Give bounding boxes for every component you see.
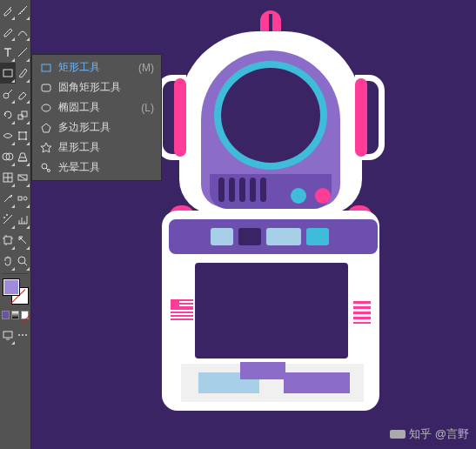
chest-seg-1	[211, 228, 233, 245]
svg-point-14	[23, 197, 27, 200]
visor-vents	[218, 178, 266, 202]
hand-tool[interactable]	[0, 251, 16, 271]
svg-point-21	[22, 334, 23, 336]
flyout-label: 星形工具	[58, 140, 149, 155]
rectangle-tool[interactable]	[0, 63, 16, 84]
belt-block-3	[284, 372, 350, 393]
color-mode-none[interactable]	[21, 311, 29, 319]
star-icon	[39, 142, 53, 154]
svg-point-15	[3, 217, 5, 218]
roundrect-icon	[39, 82, 53, 94]
shape-builder-tool[interactable]	[0, 146, 16, 167]
svg-rect-23	[42, 64, 50, 71]
slice-tool[interactable]	[16, 230, 31, 251]
rotate-tool[interactable]	[0, 104, 16, 125]
flare-icon	[39, 162, 53, 174]
eyedropper-tool[interactable]	[0, 0, 16, 21]
flyout-item-star[interactable]: 星形工具	[32, 137, 161, 157]
artboard-tool[interactable]	[0, 230, 16, 251]
flyout-label: 圆角矩形工具	[58, 80, 149, 95]
mesh-tool[interactable]	[0, 167, 16, 188]
svg-point-7	[18, 138, 20, 140]
rect-icon	[39, 62, 53, 74]
paintbrush-tool[interactable]	[16, 63, 31, 84]
pencil-tool[interactable]	[0, 21, 16, 42]
flyout-item-ellipse[interactable]: 椭圆工具 (L)	[32, 97, 161, 117]
ellipse-icon	[39, 102, 53, 114]
panel-led-blue	[291, 188, 306, 204]
svg-point-6	[25, 131, 27, 133]
stripe-patch	[353, 301, 371, 324]
watermark-brand: 知乎	[409, 426, 432, 442]
chest-seg-2	[238, 228, 261, 245]
gradient-tool[interactable]	[16, 167, 31, 188]
helmet-hinge-right	[355, 78, 367, 157]
svg-rect-19	[3, 332, 12, 338]
flyout-label: 椭圆工具	[58, 100, 136, 115]
flyout-shortcut: (M)	[138, 62, 154, 74]
scale-tool[interactable]	[16, 104, 31, 125]
helmet-hinge-left	[174, 78, 186, 157]
blob-brush-tool[interactable]	[0, 84, 16, 104]
flag-patch	[171, 299, 193, 322]
flyout-item-rectangle[interactable]: 矩形工具 (M)	[32, 57, 161, 77]
blend-tool[interactable]	[16, 188, 31, 209]
flyout-label: 矩形工具	[58, 60, 133, 75]
chest-screen	[195, 263, 348, 359]
color-mode-solid[interactable]	[2, 311, 10, 319]
watermark-text: @言野	[435, 426, 469, 442]
zhihu-logo-icon	[390, 430, 406, 439]
chest-seg-3	[266, 228, 301, 245]
svg-rect-0	[3, 70, 12, 77]
svg-point-16	[6, 214, 8, 216]
flyout-item-polygon[interactable]: 多边形工具	[32, 117, 161, 137]
flyout-item-flare[interactable]: 光晕工具	[32, 157, 161, 178]
screen-mode-tool[interactable]	[0, 325, 16, 345]
svg-rect-13	[18, 197, 22, 200]
svg-rect-4	[19, 132, 26, 139]
color-mode-row	[0, 309, 30, 321]
flyout-label: 多边形工具	[58, 120, 149, 135]
color-mode-gradient[interactable]	[11, 311, 19, 319]
belt-block-2	[240, 362, 285, 379]
edit-toolbar[interactable]	[16, 325, 31, 345]
free-transform-tool[interactable]	[16, 125, 31, 146]
svg-rect-24	[42, 84, 50, 91]
svg-rect-17	[4, 237, 11, 244]
fill-swatch[interactable]	[3, 278, 20, 296]
svg-point-25	[42, 104, 50, 111]
svg-point-20	[18, 334, 20, 336]
flyout-item-rounded-rect[interactable]: 圆角矩形工具	[32, 77, 161, 97]
tools-panel	[0, 0, 31, 449]
measure-tool[interactable]	[16, 0, 31, 21]
svg-point-22	[25, 334, 27, 336]
svg-point-5	[18, 131, 20, 133]
smooth-tool[interactable]	[16, 21, 31, 42]
fill-stroke-swatch[interactable]	[0, 276, 31, 309]
eraser-tool[interactable]	[16, 84, 31, 104]
flyout-shortcut: (L)	[141, 102, 154, 114]
shape-tool-flyout: 矩形工具 (M) 圆角矩形工具 椭圆工具 (L) 多边形工具 星形工具 光晕工具	[31, 54, 162, 181]
width-tool[interactable]	[0, 125, 16, 146]
type-tool[interactable]	[0, 42, 16, 63]
svg-point-8	[25, 138, 27, 140]
astronaut-artwork	[127, 7, 414, 442]
eyedropper2-tool[interactable]	[0, 188, 16, 209]
perspective-tool[interactable]	[16, 146, 31, 167]
watermark: 知乎 @言野	[390, 426, 469, 442]
panel-led-pink	[315, 188, 331, 204]
line-tool[interactable]	[16, 42, 31, 63]
symbol-sprayer-tool[interactable]	[0, 209, 16, 230]
polygon-icon	[39, 122, 53, 134]
visor-glass	[214, 61, 327, 170]
zoom-tool[interactable]	[16, 251, 31, 271]
svg-marker-27	[41, 143, 51, 152]
svg-marker-26	[42, 124, 50, 132]
svg-point-18	[18, 257, 25, 264]
flyout-label: 光晕工具	[58, 160, 149, 175]
chest-seg-4	[306, 228, 329, 245]
graph-tool[interactable]	[16, 209, 31, 230]
